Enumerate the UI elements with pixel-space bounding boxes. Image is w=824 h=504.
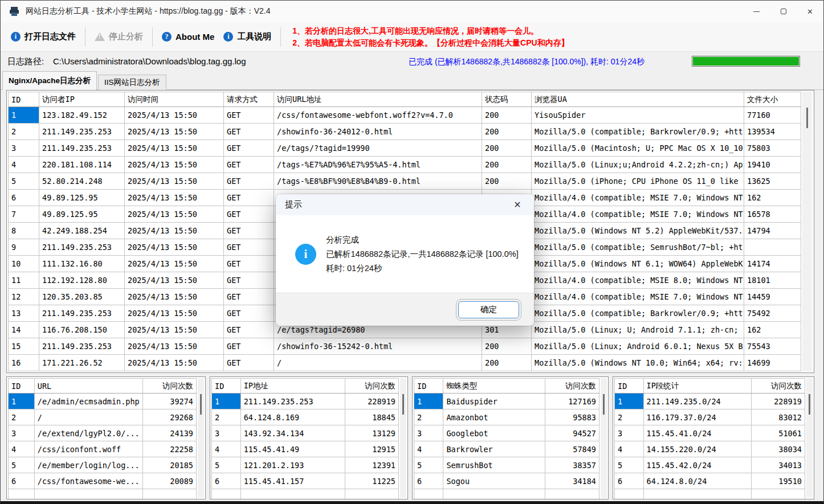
cell[interactable]: 111.132.16.80 — [39, 256, 125, 272]
table-row[interactable]: 3211.149.235.2532025/4/13 15:50GET/e/tag… — [9, 140, 801, 157]
column-header[interactable]: 请求方式 — [224, 92, 274, 107]
table-row[interactable]: 16171.221.26.522025/4/13 15:50GET/200Moz… — [9, 355, 801, 371]
cell[interactable]: 1 — [212, 394, 241, 409]
cell[interactable]: GET — [224, 173, 274, 190]
cell[interactable]: 19410 — [744, 157, 801, 173]
table-row[interactable]: 1Baiduspider127169 — [414, 394, 599, 409]
cell[interactable]: 14.155.220.0/24 — [643, 441, 751, 457]
cell[interactable]: 115.45.41.157 — [240, 473, 345, 489]
cell[interactable]: GET — [224, 124, 274, 140]
url-stats-scrollbar[interactable] — [198, 378, 204, 498]
column-header[interactable]: 访问次数 — [142, 379, 196, 394]
cell[interactable]: Mozilla/4.0 (compatible; MSIE 7.0; Windo… — [532, 289, 744, 305]
cell[interactable]: Amazonbot — [443, 409, 545, 425]
cell[interactable]: 19510 — [751, 473, 805, 489]
cell[interactable]: /e/extend/lgyPl2.0/... — [34, 425, 142, 441]
cell[interactable]: Mozilla/5.0 (iPhone; CPU iPhone OS 11_0 … — [532, 173, 744, 190]
tab-nginx-apache[interactable]: Nginx/Apache日志分析 — [2, 71, 97, 90]
column-header[interactable]: 文件大小 — [744, 92, 801, 107]
column-header[interactable]: ID — [9, 92, 39, 107]
cell[interactable]: 171.221.26.52 — [39, 355, 125, 371]
cell[interactable] — [345, 489, 398, 500]
ip-stats-scrollbar[interactable] — [400, 378, 406, 498]
scrollbar-thumb[interactable] — [806, 108, 808, 128]
cell[interactable]: Mozilla/5.0 (compatible; Barkrowler/0.9;… — [532, 305, 744, 322]
cell[interactable]: 14699 — [744, 355, 801, 371]
table-row[interactable]: 5121.201.2.19312391 — [212, 457, 399, 473]
column-header[interactable]: ID — [9, 379, 35, 394]
column-header[interactable]: 访问次数 — [751, 379, 805, 394]
cell[interactable]: 20185 — [142, 457, 196, 473]
cell[interactable]: 143.92.34.134 — [240, 425, 345, 441]
cell[interactable]: 38034 — [751, 441, 805, 457]
cell[interactable]: 13625 — [744, 173, 801, 190]
cell[interactable]: 14174 — [744, 256, 801, 272]
column-header[interactable]: ID — [212, 379, 241, 394]
cell[interactable]: 115.45.41.0/24 — [643, 425, 751, 441]
cell[interactable]: 4 — [615, 441, 644, 457]
cell[interactable]: 34013 — [751, 457, 805, 473]
column-header[interactable]: 访问URL地址 — [274, 92, 482, 107]
cell[interactable]: 14794 — [744, 223, 801, 239]
cell[interactable]: 11225 — [345, 473, 398, 489]
cell[interactable]: GET — [224, 322, 274, 338]
column-header[interactable]: 访问者IP — [39, 92, 125, 107]
cell[interactable]: 2 — [9, 124, 39, 140]
cell[interactable] — [240, 489, 345, 500]
cell[interactable]: GET — [224, 239, 274, 256]
cell[interactable] — [34, 489, 142, 500]
table-row[interactable]: 4220.181.108.1142025/4/13 15:50GET/tags-… — [9, 157, 801, 173]
scrollbar-thumb[interactable] — [200, 394, 202, 415]
cell[interactable]: 12391 — [345, 457, 398, 473]
cell[interactable]: 6 — [9, 473, 35, 489]
cell[interactable]: GET — [224, 140, 274, 157]
maximize-button[interactable] — [770, 1, 797, 22]
cell[interactable]: 75803 — [744, 140, 801, 157]
cell[interactable]: 12 — [9, 289, 39, 305]
cell[interactable]: 2025/4/13 15:50 — [125, 289, 224, 305]
cell[interactable]: Mozilla/5.0 (Windows NT 6.1; WOW64) Appl… — [532, 256, 744, 272]
cell[interactable]: 3 — [212, 425, 241, 441]
cell[interactable]: 211.149.235.253 — [240, 394, 345, 409]
cell[interactable] — [414, 489, 443, 500]
cell[interactable]: 10 — [9, 256, 39, 272]
cell[interactable]: 2 — [9, 409, 35, 425]
cell[interactable]: 9 — [9, 239, 39, 256]
cell[interactable]: 18101 — [744, 272, 801, 289]
table-row[interactable]: 664.124.8.0/2419510 — [615, 473, 805, 489]
cell[interactable]: 200 — [482, 124, 532, 140]
cell[interactable]: Mozilla/4.0 (compatible; MSIE 7.0; Windo… — [532, 206, 744, 223]
cell[interactable]: 5 — [414, 457, 443, 473]
column-header[interactable]: 访问次数 — [545, 379, 599, 394]
cell[interactable]: 5 — [9, 173, 39, 190]
cell[interactable]: 4 — [9, 157, 39, 173]
cell[interactable]: 112.192.128.80 — [39, 272, 125, 289]
cell[interactable]: 3 — [615, 425, 644, 441]
stop-analysis-button[interactable]: 停止分析 — [90, 28, 148, 46]
cell[interactable]: /showinfo-36-24012-0.html — [274, 124, 482, 140]
cell[interactable]: 200 — [482, 157, 532, 173]
cell[interactable]: GET — [224, 256, 274, 272]
table-row[interactable]: 2Amazonbot95883 — [414, 409, 599, 425]
table-row[interactable]: 264.124.8.16918845 — [212, 409, 399, 425]
cell[interactable]: 34184 — [545, 473, 599, 489]
cell[interactable]: 220.181.108.114 — [39, 157, 125, 173]
table-row[interactable]: 4/css/iconfont.woff22258 — [9, 441, 197, 457]
cell[interactable]: 2025/4/13 15:50 — [125, 239, 224, 256]
cell[interactable] — [545, 489, 599, 500]
table-row[interactable]: 1211.149.235.0/24228919 — [615, 394, 805, 409]
cell[interactable]: 2 — [615, 409, 644, 425]
cell[interactable]: SemrushBot — [443, 457, 545, 473]
cell[interactable]: Baiduspider — [443, 394, 545, 409]
cell[interactable] — [615, 489, 644, 500]
table-row[interactable] — [212, 489, 399, 500]
cell[interactable]: 211.149.235.253 — [39, 338, 125, 355]
cell[interactable]: 200 — [482, 355, 532, 371]
cell[interactable]: 200 — [482, 107, 532, 124]
cell[interactable]: Mozilla/4.0 (compatible; MSIE 7.0; Windo… — [532, 190, 744, 206]
scrollbar-thumb[interactable] — [603, 394, 605, 415]
cell[interactable]: 1 — [414, 394, 443, 409]
cell[interactable]: 13 — [9, 305, 39, 322]
cell[interactable]: 120.35.203.85 — [39, 289, 125, 305]
cell[interactable]: 4 — [9, 441, 35, 457]
